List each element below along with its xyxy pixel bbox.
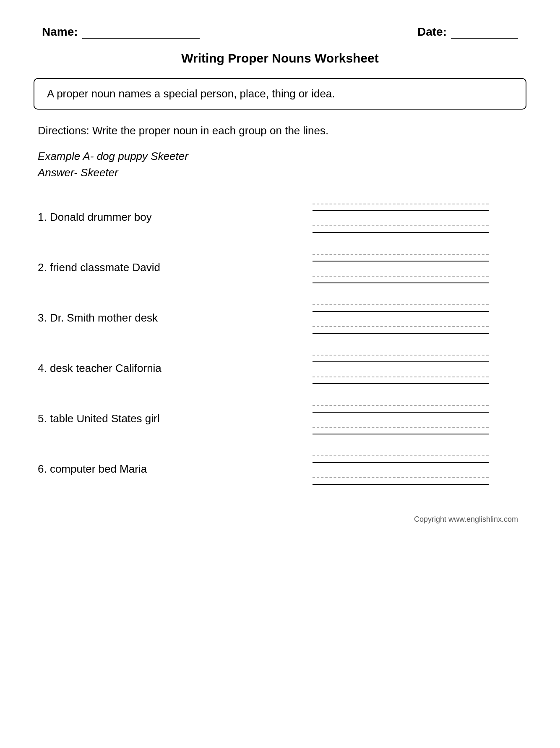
solid-line-1-4: [313, 357, 489, 362]
dashed-line-mid-3: [313, 322, 489, 327]
question-row-3: 3. Dr. Smith mother desk: [38, 297, 522, 339]
questions-container: 1. Donald drummer boy2. friend classmate…: [34, 196, 526, 490]
definition-box: A proper noun names a special person, pl…: [34, 78, 526, 110]
header: Name: Date:: [34, 25, 526, 39]
question-row-1: 1. Donald drummer boy: [38, 196, 522, 238]
question-label-3: 3. Dr. Smith mother desk: [38, 311, 214, 324]
spacer-4: [313, 364, 522, 372]
dashed-line-top-5: [313, 401, 489, 406]
dashed-line-top-2: [313, 250, 489, 255]
dashed-line-mid-1: [313, 221, 489, 226]
solid-line-2-4: [313, 379, 489, 384]
example-line2: Answer- Skeeter: [38, 166, 522, 179]
copyright-text: Copyright www.englishlinx.com: [34, 515, 526, 524]
solid-line-1-3: [313, 307, 489, 312]
solid-line-2-6: [313, 480, 489, 485]
solid-line-2-3: [313, 329, 489, 334]
spacer-1: [313, 213, 522, 221]
name-input-line: [82, 26, 200, 39]
question-label-2: 2. friend classmate David: [38, 261, 214, 274]
name-section: Name:: [42, 25, 200, 39]
example-line1: Example A- dog puppy Skeeter: [38, 150, 522, 163]
answer-lines-6: [313, 451, 522, 486]
dashed-line-top-1: [313, 199, 489, 204]
question-label-6: 6. computer bed Maria: [38, 463, 214, 476]
spacer-2: [313, 263, 522, 272]
dashed-line-mid-2: [313, 272, 489, 277]
solid-line-1-1: [313, 206, 489, 211]
answer-lines-4: [313, 350, 522, 386]
question-row-6: 6. computer bed Maria: [38, 448, 522, 490]
date-input-line: [451, 26, 518, 39]
question-label-4: 4. desk teacher California: [38, 362, 214, 375]
dashed-line-mid-6: [313, 473, 489, 478]
dashed-line-top-4: [313, 350, 489, 356]
answer-lines-1: [313, 199, 522, 235]
directions-text: Directions: Write the proper noun in eac…: [34, 124, 526, 137]
solid-line-2-5: [313, 429, 489, 434]
example-section: Example A- dog puppy Skeeter Answer- Ske…: [34, 150, 526, 179]
question-row-4: 4. desk teacher California: [38, 347, 522, 389]
name-label: Name:: [42, 25, 78, 39]
solid-line-1-6: [313, 458, 489, 463]
answer-lines-3: [313, 300, 522, 335]
spacer-3: [313, 314, 522, 322]
solid-line-2-1: [313, 228, 489, 233]
question-row-2: 2. friend classmate David: [38, 246, 522, 288]
page-title: Writing Proper Nouns Worksheet: [34, 51, 526, 65]
dashed-line-mid-4: [313, 372, 489, 377]
solid-line-2-2: [313, 278, 489, 283]
dashed-line-top-6: [313, 451, 489, 456]
solid-line-1-2: [313, 256, 489, 262]
answer-lines-5: [313, 401, 522, 436]
date-label: Date:: [417, 25, 447, 39]
solid-line-1-5: [313, 408, 489, 413]
dashed-line-mid-5: [313, 423, 489, 428]
spacer-5: [313, 414, 522, 423]
question-row-5: 5. table United States girl: [38, 398, 522, 439]
date-section: Date:: [417, 25, 518, 39]
question-label-5: 5. table United States girl: [38, 412, 214, 425]
definition-text: A proper noun names a special person, pl…: [47, 87, 335, 100]
question-label-1: 1. Donald drummer boy: [38, 211, 214, 224]
dashed-line-top-3: [313, 300, 489, 305]
answer-lines-2: [313, 250, 522, 285]
spacer-6: [313, 465, 522, 473]
